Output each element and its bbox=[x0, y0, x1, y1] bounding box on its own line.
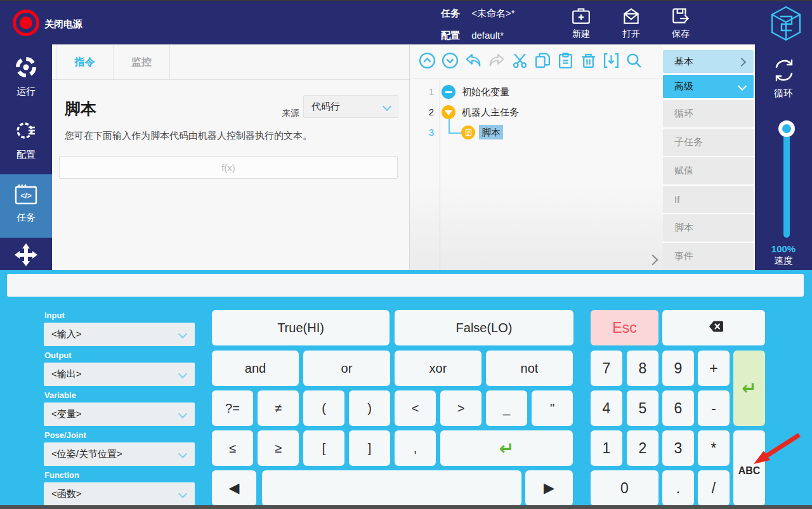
backspace-icon bbox=[703, 319, 724, 337]
key-9[interactable]: 9 bbox=[662, 351, 694, 386]
insert-icon[interactable] bbox=[603, 52, 620, 72]
task-icon: </> bbox=[13, 198, 39, 209]
key-less-than[interactable]: < bbox=[395, 390, 436, 426]
output-selector[interactable]: <输出> bbox=[44, 363, 195, 386]
key-false[interactable]: False(LO) bbox=[395, 310, 573, 345]
key-backspace[interactable] bbox=[662, 310, 765, 345]
key-not[interactable]: not bbox=[486, 351, 573, 386]
key-underscore[interactable]: _ bbox=[486, 390, 527, 426]
tab-monitor[interactable]: 监控 bbox=[113, 45, 170, 79]
collapse-node-icon[interactable] bbox=[442, 105, 455, 119]
key-asterisk[interactable]: * bbox=[698, 430, 730, 466]
group-basic[interactable]: 基本 bbox=[663, 50, 754, 73]
key-comma[interactable]: , bbox=[395, 430, 436, 466]
sidebar-item-label: 配置 bbox=[0, 149, 52, 161]
save-task-button[interactable]: 保存 bbox=[663, 6, 698, 40]
speed-slider-track[interactable] bbox=[783, 129, 790, 238]
redo-icon[interactable] bbox=[488, 52, 506, 72]
expression-edit-field[interactable] bbox=[7, 274, 804, 297]
sidebar-item-run[interactable]: 运行 bbox=[0, 56, 52, 113]
tree-row-init-vars[interactable]: 1 初始化变量 bbox=[410, 82, 663, 102]
key-greater-equal[interactable]: ≥ bbox=[258, 430, 299, 466]
key-8[interactable]: 8 bbox=[627, 351, 658, 386]
undo-icon[interactable] bbox=[464, 52, 482, 72]
key-slash[interactable]: / bbox=[698, 470, 730, 506]
copy-icon[interactable] bbox=[534, 52, 551, 72]
sidebar-item-task[interactable]: </> 任务 bbox=[0, 174, 52, 238]
key-space[interactable] bbox=[262, 470, 521, 506]
loop-mode-icon[interactable] bbox=[771, 57, 797, 87]
key-cursor-left[interactable]: ◀ bbox=[212, 470, 256, 506]
config-value: default* bbox=[471, 30, 504, 41]
key-abc-mode[interactable]: ABC bbox=[733, 430, 765, 506]
key-4[interactable]: 4 bbox=[591, 390, 622, 426]
cmd-item-loop[interactable]: 循环 bbox=[663, 100, 754, 127]
key-not-equal[interactable]: ≠ bbox=[258, 390, 299, 426]
power-button[interactable] bbox=[13, 10, 39, 36]
key-newline[interactable]: ↵ bbox=[440, 430, 573, 466]
move-icon bbox=[13, 259, 39, 269]
key-assign-compare[interactable]: ?= bbox=[212, 390, 253, 426]
key-escape[interactable]: Esc bbox=[591, 310, 658, 345]
tab-instruction[interactable]: 指令 bbox=[56, 45, 113, 79]
pose-selector[interactable]: <位姿/关节位置> bbox=[44, 442, 195, 466]
group-advanced[interactable]: 高级 bbox=[663, 75, 754, 98]
cmd-item-script[interactable]: 脚本 bbox=[663, 214, 754, 242]
tree-row-label: 机器人主任务 bbox=[462, 102, 519, 122]
key-and[interactable]: and bbox=[212, 351, 299, 386]
key-true[interactable]: True(HI) bbox=[212, 310, 390, 345]
variable-selector[interactable]: <变量> bbox=[44, 403, 195, 426]
expand-all-icon[interactable] bbox=[442, 52, 459, 72]
key-cursor-right[interactable]: ▶ bbox=[525, 470, 573, 506]
expand-panel-chevron-icon[interactable] bbox=[648, 255, 658, 266]
key-enter[interactable]: ↵ bbox=[733, 351, 765, 426]
key-paren-close[interactable]: ) bbox=[349, 390, 390, 426]
right-arrow-icon: ▶ bbox=[544, 480, 554, 496]
function-selector[interactable]: <函数> bbox=[44, 482, 195, 506]
key-plus[interactable]: + bbox=[698, 351, 730, 386]
input-selector[interactable]: <输入> bbox=[44, 323, 195, 346]
key-greater-than[interactable]: > bbox=[440, 390, 481, 426]
key-xor[interactable]: xor bbox=[395, 351, 481, 386]
key-or[interactable]: or bbox=[303, 351, 390, 386]
collapse-all-icon[interactable] bbox=[419, 52, 436, 72]
tree-row-script[interactable]: 3 脚本 bbox=[410, 122, 663, 143]
key-minus[interactable]: - bbox=[698, 390, 730, 426]
tree-row-main-task[interactable]: 2 机器人主任务 bbox=[410, 102, 663, 122]
search-icon[interactable] bbox=[625, 52, 643, 72]
key-quote[interactable]: " bbox=[532, 390, 573, 426]
task-value: <未命名>* bbox=[471, 8, 514, 18]
chevron-down-icon bbox=[178, 489, 187, 498]
key-2[interactable]: 2 bbox=[627, 430, 658, 466]
key-3[interactable]: 3 bbox=[662, 430, 694, 466]
key-less-equal[interactable]: ≤ bbox=[212, 430, 253, 466]
speed-slider-knob[interactable] bbox=[778, 120, 795, 137]
sidebar-item-move[interactable] bbox=[0, 242, 52, 270]
enter-icon: ↵ bbox=[742, 378, 756, 399]
key-bracket-open[interactable]: [ bbox=[303, 430, 344, 466]
key-5[interactable]: 5 bbox=[627, 390, 658, 426]
task-label: 任务 bbox=[441, 8, 460, 18]
expression-input[interactable] bbox=[59, 156, 398, 179]
source-dropdown[interactable]: 代码行 bbox=[303, 95, 398, 118]
key-1[interactable]: 1 bbox=[591, 430, 622, 466]
delete-icon[interactable] bbox=[580, 52, 597, 72]
input-selector-label: Input bbox=[44, 311, 65, 320]
cmd-item-event[interactable]: 事件 bbox=[663, 243, 754, 270]
key-6[interactable]: 6 bbox=[662, 390, 694, 426]
key-7[interactable]: 7 bbox=[591, 351, 622, 386]
cmd-item-if[interactable]: If bbox=[663, 186, 754, 213]
paste-icon[interactable] bbox=[557, 52, 574, 72]
power-label: 关闭电源 bbox=[44, 18, 82, 30]
key-dot[interactable]: . bbox=[662, 470, 694, 506]
cmd-item-assign[interactable]: 赋值 bbox=[663, 157, 754, 184]
cmd-item-subtask[interactable]: 子任务 bbox=[663, 129, 754, 156]
key-bracket-close[interactable]: ] bbox=[349, 430, 390, 466]
key-paren-open[interactable]: ( bbox=[303, 390, 344, 426]
cut-icon[interactable] bbox=[511, 52, 528, 72]
chevron-right-icon bbox=[737, 58, 746, 67]
new-task-button[interactable]: 新建 bbox=[563, 6, 599, 40]
sidebar-item-configure[interactable]: 配置 bbox=[0, 119, 52, 176]
open-task-button[interactable]: 打开 bbox=[613, 6, 649, 40]
key-0[interactable]: 0 bbox=[591, 470, 658, 506]
